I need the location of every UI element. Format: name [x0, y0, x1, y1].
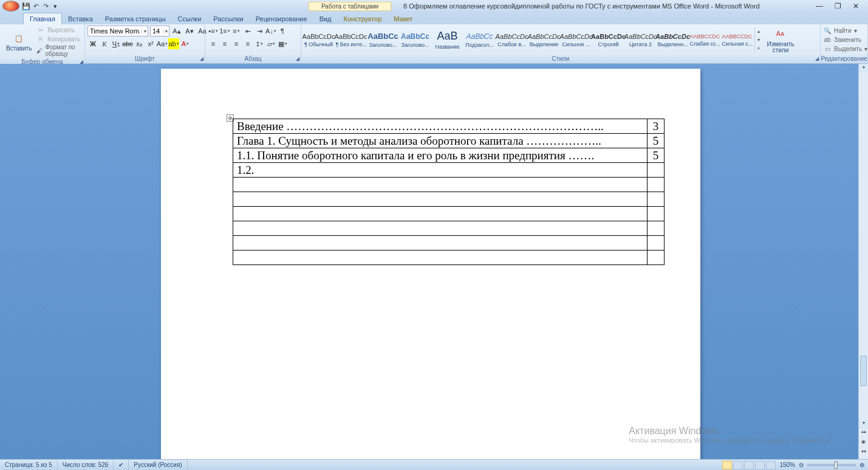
- document-page[interactable]: ✥ Введение ………………………………………………………………………..…: [161, 69, 700, 459]
- style-5[interactable]: АаBbCcПодзагол...: [463, 26, 496, 55]
- table-row[interactable]: [233, 251, 665, 265]
- view-draft[interactable]: [766, 461, 776, 469]
- para-launcher[interactable]: ◢: [296, 56, 299, 61]
- zoom-out[interactable]: ⊖: [799, 461, 804, 468]
- table-row[interactable]: 1.1. Понятие оборотного капитала и его р…: [233, 148, 665, 163]
- qat-save[interactable]: 💾: [22, 2, 30, 10]
- qat-redo[interactable]: ↷: [41, 2, 50, 10]
- change-styles-button[interactable]: Aᴀ Изменить стили: [764, 26, 798, 55]
- style-3[interactable]: АаBbCcЗаголово...: [399, 26, 431, 55]
- subscript-button[interactable]: x₂: [134, 38, 145, 49]
- cut-button[interactable]: ✂Вырезать: [36, 26, 82, 34]
- tab-references[interactable]: Ссылки: [172, 13, 208, 24]
- replace-button[interactable]: abЗаменить: [823, 36, 867, 44]
- styles-scroll-up[interactable]: ▴: [755, 27, 762, 36]
- zoom-level[interactable]: 150%: [779, 461, 795, 468]
- next-page[interactable]: ▾▾: [859, 449, 868, 459]
- align-right-button[interactable]: ≡: [231, 38, 242, 49]
- shading-button[interactable]: ▱: [265, 38, 276, 49]
- table-row[interactable]: [233, 192, 665, 207]
- font-color-button[interactable]: A: [180, 38, 191, 49]
- style-12[interactable]: ААBBCCDCСлабая сс...: [689, 26, 721, 55]
- table-row[interactable]: 1.2.: [233, 163, 665, 178]
- font-name-combo[interactable]: ▾: [87, 26, 148, 36]
- tab-layout[interactable]: Макет: [388, 13, 419, 24]
- borders-button[interactable]: ▦: [277, 38, 288, 49]
- bold-button[interactable]: Ж: [87, 38, 98, 49]
- bullets-button[interactable]: •≡: [208, 26, 219, 36]
- paste-button[interactable]: 📋 Вставить: [2, 30, 35, 53]
- show-marks-button[interactable]: ¶: [277, 26, 288, 36]
- status-language[interactable]: Русский (Россия): [129, 460, 187, 470]
- view-print-layout[interactable]: [722, 461, 732, 469]
- qat-undo[interactable]: ↶: [32, 2, 40, 10]
- find-button[interactable]: 🔍Найти ▾: [823, 27, 867, 35]
- dec-indent-button[interactable]: ⇤: [242, 26, 253, 36]
- style-0[interactable]: АаBbCcDc¶ Обычный: [302, 26, 335, 55]
- office-button[interactable]: [2, 1, 19, 12]
- table-row[interactable]: Глава 1. Сущность и методы анализа оборо…: [233, 134, 665, 148]
- tab-view[interactable]: Вид: [313, 13, 338, 24]
- styles-scroll-down[interactable]: ▾: [755, 36, 762, 44]
- shrink-font-button[interactable]: A▾: [184, 26, 195, 36]
- line-spacing-button[interactable]: ‡: [254, 38, 265, 49]
- style-10[interactable]: АаBbCcDcЦитата 2: [624, 26, 657, 55]
- view-outline[interactable]: [755, 461, 765, 469]
- tab-insert[interactable]: Вставка: [62, 13, 99, 24]
- inc-indent-button[interactable]: ⇥: [254, 26, 265, 36]
- table-row[interactable]: [233, 207, 665, 221]
- font-size-combo[interactable]: ▾: [150, 26, 169, 36]
- tab-design[interactable]: Конструктор: [338, 13, 388, 24]
- grow-font-button[interactable]: A▴: [171, 26, 182, 36]
- styles-expand[interactable]: ≡: [755, 44, 762, 53]
- font-launcher[interactable]: ◢: [200, 56, 203, 61]
- tab-mailings[interactable]: Рассылки: [207, 13, 249, 24]
- table-row[interactable]: [233, 178, 665, 192]
- justify-button[interactable]: ≡: [242, 38, 253, 49]
- multilevel-button[interactable]: ≡: [231, 26, 242, 36]
- align-left-button[interactable]: ≡: [208, 38, 219, 49]
- numbering-button[interactable]: 1≡: [219, 26, 230, 36]
- change-case-button[interactable]: Aa: [157, 38, 168, 49]
- browse-object[interactable]: ◉: [859, 439, 868, 449]
- style-2[interactable]: АаBbCcЗаголово...: [367, 26, 399, 55]
- align-center-button[interactable]: ≡: [219, 38, 230, 49]
- select-button[interactable]: ▭Выделить ▾: [823, 45, 867, 54]
- maximize-button[interactable]: ❐: [833, 2, 842, 10]
- table-row[interactable]: Введение ………………………………………………………………………..3: [233, 119, 665, 134]
- table-row[interactable]: [233, 236, 665, 251]
- scroll-up[interactable]: ▴: [859, 64, 868, 72]
- tab-review[interactable]: Рецензирование: [250, 13, 313, 24]
- format-painter-button[interactable]: 🖌Формат по образцу: [36, 44, 82, 57]
- status-words[interactable]: Число слов: 526: [58, 460, 114, 470]
- prev-page[interactable]: ▴▴: [859, 429, 868, 439]
- scroll-down[interactable]: ▾: [859, 420, 868, 429]
- tab-page-layout[interactable]: Разметка страницы: [99, 13, 172, 24]
- copy-button[interactable]: ⎘Копировать: [36, 35, 82, 43]
- scroll-thumb[interactable]: [860, 356, 867, 386]
- strike-button[interactable]: abc: [122, 38, 133, 49]
- style-11[interactable]: АаBbCcDcВыделенн...: [657, 26, 689, 55]
- status-proofing[interactable]: ✔: [114, 460, 129, 470]
- style-9[interactable]: АаBbCcDcСтрогий: [592, 26, 624, 55]
- view-full-reading[interactable]: [733, 461, 743, 469]
- toc-table[interactable]: Введение ………………………………………………………………………..3Г…: [233, 119, 665, 265]
- minimize-button[interactable]: —: [815, 2, 824, 10]
- zoom-slider[interactable]: [807, 464, 856, 466]
- style-8[interactable]: АаBbCcDcСильное ...: [560, 26, 592, 55]
- vertical-scrollbar[interactable]: ▴ ▾ ▴▴ ◉ ▾▾: [858, 64, 868, 459]
- table-row[interactable]: [233, 221, 665, 236]
- highlight-button[interactable]: ab: [168, 38, 179, 49]
- zoom-in[interactable]: ⊕: [859, 461, 864, 468]
- underline-button[interactable]: Ч: [111, 38, 121, 49]
- status-page[interactable]: Страница: 5 из 5: [0, 460, 58, 470]
- italic-button[interactable]: К: [99, 38, 110, 49]
- style-1[interactable]: АаBbCcDc¶ Без инте...: [335, 26, 367, 55]
- style-13[interactable]: ААBBCCDCСильная с...: [721, 26, 753, 55]
- close-button[interactable]: ✕: [851, 2, 861, 10]
- style-7[interactable]: АаBbCcDcВыделение: [528, 26, 560, 55]
- style-6[interactable]: АаBbCcDcСлабое в...: [496, 26, 528, 55]
- tab-home[interactable]: Главная: [23, 13, 62, 24]
- superscript-button[interactable]: x²: [145, 38, 156, 49]
- styles-launcher[interactable]: ◢: [815, 56, 819, 61]
